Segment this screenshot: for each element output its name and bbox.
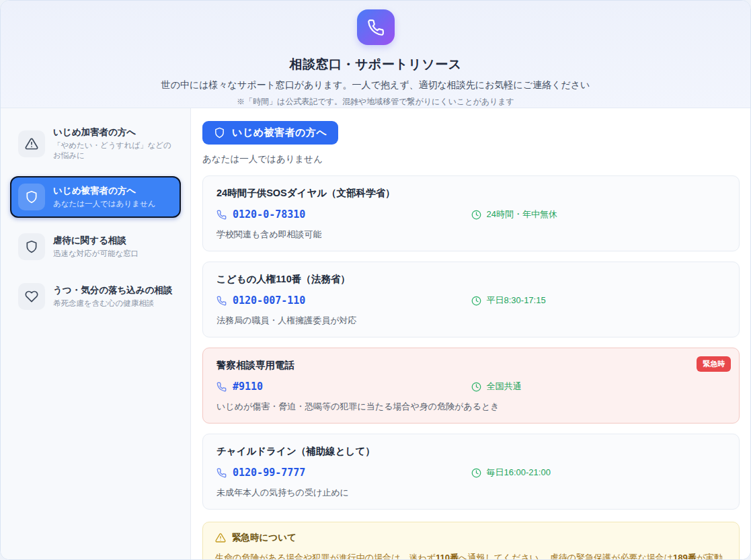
sidebar-item-subtitle: あなたは一人ではありません [53, 199, 155, 209]
phone-icon [216, 382, 227, 392]
notice-number-110: 110番 [436, 553, 459, 560]
sidebar-item-bully-perpetrator[interactable]: いじめ加害者の方へ 「やめたい・どうすれば」などのお悩みに [10, 119, 181, 168]
hours-text: 平日8:30-17:15 [487, 294, 546, 307]
hours-text: 毎日16:00-21:00 [487, 467, 551, 479]
hotline-title: チャイルドライン（補助線として） [216, 445, 725, 458]
hotline-description: 法務局の職員・人権擁護委員が対応 [216, 315, 725, 327]
sidebar-item-title: 虐待に関する相談 [53, 235, 139, 247]
sidebar-item-subtitle: 「やめたい・どうすれば」などのお悩みに [53, 141, 173, 161]
phone-link[interactable]: 0120-0-78310 [216, 208, 471, 221]
hours-info: 平日8:30-17:15 [471, 294, 546, 307]
phone-link[interactable]: #9110 [216, 381, 471, 393]
clock-icon [471, 210, 481, 220]
hotline-card-emergency: 緊急時 警察相談専用電話 #9110 全国共通 いじめが傷害・脅迫・恐喝等の犯罪… [202, 348, 740, 424]
shield-icon [18, 233, 45, 260]
sidebar-item-subtitle: 迅速な対応が可能な窓口 [53, 249, 139, 259]
sidebar-item-subtitle: 希死念慮を含む心の健康相談 [53, 298, 172, 309]
phone-icon [367, 19, 385, 36]
page-title: 相談窓口・サポートリソース [289, 56, 461, 73]
notice-text-part: へ通報してください。 虐待の緊急保護が必要な場合は [459, 553, 673, 560]
hotline-card: こどもの人権110番（法務省） 0120-007-110 平日8:30-17:1… [202, 262, 740, 337]
heart-icon [18, 283, 45, 310]
shield-icon [18, 184, 45, 210]
sidebar-item-title: いじめ加害者の方へ [53, 126, 173, 138]
sidebar-item-bully-victim[interactable]: いじめ被害者の方へ あなたは一人ではありません [10, 176, 181, 218]
hours-info: 全国共通 [471, 381, 522, 393]
phone-icon [216, 296, 227, 306]
phone-number: 0120-007-110 [233, 294, 305, 307]
phone-icon [216, 468, 227, 478]
hotline-title: 24時間子供SOSダイヤル（文部科学省） [216, 187, 725, 200]
hotline-description: 未成年本人の気持ちの受け止めに [216, 487, 725, 499]
phone-link[interactable]: 0120-99-7777 [216, 467, 471, 479]
hours-info: 24時間・年中無休 [471, 208, 557, 221]
shield-icon [214, 127, 225, 138]
hours-text: 24時間・年中無休 [487, 208, 557, 221]
page-note: ※「時間」は公式表記です。混雑や地域移管で繋がりにくいことがあります [237, 96, 514, 108]
phone-link[interactable]: 0120-007-110 [216, 294, 471, 307]
sidebar-item-title: うつ・気分の落ち込みの相談 [53, 284, 172, 296]
phone-number: 0120-99-7777 [233, 467, 305, 479]
section-badge-label: いじめ被害者の方へ [232, 126, 327, 139]
hotline-title: 警察相談専用電話 [216, 359, 725, 372]
main-panel: いじめ被害者の方へ あなたは一人ではありません 24時間子供SOSダイヤル（文部… [191, 108, 750, 559]
phone-icon [216, 210, 227, 220]
hotline-card: チャイルドライン（補助線として） 0120-99-7777 毎日16:00-21… [202, 434, 740, 510]
hotline-description: 学校関連も含め即相談可能 [216, 229, 725, 241]
warning-triangle-icon [215, 532, 226, 543]
phone-number: 0120-0-78310 [233, 208, 305, 221]
phone-number: #9110 [233, 381, 263, 393]
support-resources-page: 相談窓口・サポートリソース 世の中には様々なサポート窓口があります。一人で抱えず… [0, 0, 751, 560]
notice-text-part: 生命の危険がある場合や犯罪が進行中の場合は、迷わず [215, 553, 436, 560]
emergency-badge: 緊急時 [697, 356, 731, 372]
emergency-notice: 緊急時について 生命の危険がある場合や犯罪が進行中の場合は、迷わず110番へ通報… [202, 522, 740, 560]
category-sidebar: いじめ加害者の方へ 「やめたい・どうすれば」などのお悩みに いじめ被害者の方へ … [1, 108, 191, 559]
section-subtitle: あなたは一人ではありません [202, 153, 740, 165]
section-badge-bully-victim[interactable]: いじめ被害者の方へ [202, 121, 338, 145]
hours-text: 全国共通 [487, 381, 522, 393]
hotline-title: こどもの人権110番（法務省） [216, 273, 725, 286]
emergency-notice-title: 緊急時について [232, 532, 297, 544]
hotline-card: 24時間子供SOSダイヤル（文部科学省） 0120-0-78310 24時間・年… [202, 175, 740, 251]
hotline-description: いじめが傷害・脅迫・恐喝等の犯罪に当たる場合や身の危険があるとき [216, 401, 725, 413]
page-header: 相談窓口・サポートリソース 世の中には様々なサポート窓口があります。一人で抱えず… [1, 1, 750, 108]
sidebar-item-depression[interactable]: うつ・気分の落ち込みの相談 希死念慮を含む心の健康相談 [10, 276, 181, 317]
emergency-notice-text: 生命の危険がある場合や犯罪が進行中の場合は、迷わず110番へ通報してください。 … [215, 551, 727, 560]
clock-icon [471, 382, 481, 392]
phone-app-icon [357, 9, 395, 45]
page-subtitle: 世の中には様々なサポート窓口があります。一人で抱えず、適切な相談先にお気軽にご連… [161, 79, 590, 91]
notice-number-189: 189番 [673, 553, 697, 560]
sidebar-item-abuse[interactable]: 虐待に関する相談 迅速な対応が可能な窓口 [10, 226, 181, 268]
clock-icon [471, 296, 481, 306]
sidebar-item-title: いじめ被害者の方へ [53, 185, 155, 197]
clock-icon [471, 468, 481, 478]
hours-info: 毎日16:00-21:00 [471, 467, 551, 479]
warning-triangle-icon [18, 130, 45, 157]
